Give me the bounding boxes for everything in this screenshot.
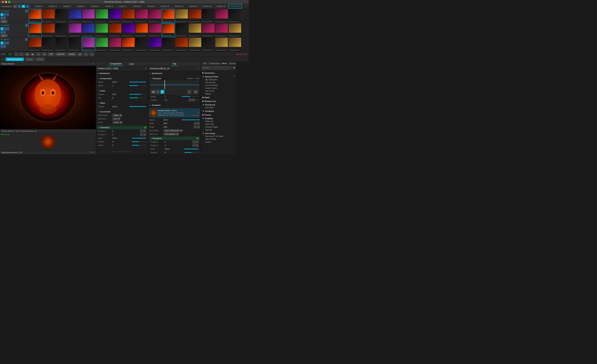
layer-1-s-btn[interactable]: S — [3, 45, 6, 48]
checkered-label[interactable]: ▼ Checkered — [202, 103, 235, 106]
redo-btn[interactable]: ↪ — [89, 53, 94, 56]
layer-3-m-btn[interactable]: M — [0, 13, 3, 16]
comp-rotation-value[interactable]: 0 ° — [112, 141, 132, 143]
clip-panel-tab[interactable]: Clip — [171, 62, 178, 66]
clip-cell-l2-9[interactable]: NoHopeJustFear_26 — [148, 23, 162, 37]
close-button[interactable] — [2, 1, 4, 3]
bumper-lite-label[interactable]: ▶ Bumper Lite — [202, 100, 235, 103]
clip-cell-l3-0[interactable]: NoHopeJustFear_28 — [28, 9, 42, 23]
clip-dashboard-header[interactable]: ▶ Dashboard — [150, 71, 199, 75]
playhead[interactable] — [165, 80, 165, 89]
volume-value[interactable]: 0 dB — [112, 93, 129, 95]
gradient-label[interactable]: ▼ Gradient — [202, 117, 235, 120]
layer-2-v-btn[interactable]: V — [7, 27, 9, 30]
column-2-header[interactable]: Column 2 — [46, 4, 59, 9]
clip-cell-l1-14[interactable]: NoHopeJustFear_42 — [215, 37, 228, 51]
clip-cell-l1-0[interactable]: NoHopeJustFear_31 — [28, 37, 42, 51]
clip-speed-value[interactable]: 1 — [165, 95, 181, 98]
comp-video-header[interactable]: ▼ Video — [97, 101, 147, 105]
clip-expand-icon[interactable]: ⛶ — [197, 109, 199, 111]
bpm-display[interactable]: 120 — [6, 53, 14, 56]
big-sweepers-item[interactable]: Big Sweepers — [202, 78, 235, 81]
clip-remove-icon[interactable]: ✕ — [197, 112, 199, 114]
clip-cell-l2-5[interactable]: NoHopeJustFear_14 — [95, 23, 108, 37]
search-clear-icon[interactable]: ✕ — [231, 67, 232, 69]
pan-slider[interactable] — [129, 98, 146, 98]
clip-cell-l2-13[interactable]: NoHopeJustFear_38 — [202, 23, 215, 37]
clip-pos-x-minus[interactable]: - — [192, 140, 195, 143]
column-8-header[interactable]: Column 8 — [130, 4, 144, 9]
clip-cell-l3-5[interactable]: NoHopeJustFear_13 — [95, 9, 108, 23]
sources-tab[interactable]: Sources — [228, 62, 236, 65]
files-tab[interactable]: Files — [201, 62, 209, 65]
line-scape-label[interactable]: ▼ Line Scape — [202, 132, 235, 135]
comp-composition-header[interactable]: ▼ Composition — [97, 77, 147, 80]
thin-lines-item[interactable]: Thin Lines — [202, 90, 235, 92]
clip-cell-l1-10[interactable]: NoHopeJustFear_30 — [162, 37, 175, 51]
clip-cell-l3-8[interactable]: NoHopeJustFear_22 — [135, 9, 148, 23]
clip-speed-slider[interactable] — [181, 96, 198, 97]
comp-dashboard-header[interactable]: ▶ Dashboard — [97, 71, 147, 75]
comp-audio-header[interactable]: ▼ Audio — [97, 89, 147, 93]
dancing-dark-item[interactable]: Dancing In The Dark — [202, 135, 235, 138]
comp-tab[interactable]: Composition — [108, 62, 124, 66]
clip-cell-l2-7[interactable]: NoHopeJustFear_20 — [122, 23, 135, 37]
clip-cell-l1-11[interactable]: NoHopeJustFear_12 — [175, 37, 188, 51]
comp-m-button[interactable]: M — [22, 5, 25, 8]
clip-cell-l3-4[interactable]: NoHopeJustFear_10 — [82, 9, 95, 23]
clip-transport-header[interactable]: ▼ Transport Timeline 01.04 — [150, 77, 199, 80]
compositions-tab[interactable]: Compositions — [209, 62, 220, 65]
clip-cell-l3-3[interactable]: NoHopeJustFear_07 — [68, 9, 82, 23]
comp-pos-y-plus[interactable]: + — [143, 133, 146, 136]
layer-2-remove[interactable]: ✕ — [0, 24, 2, 27]
clip-scale-value[interactable]: 100 % — [165, 148, 184, 150]
comp-pos-x-value[interactable]: 0 — [112, 130, 140, 132]
vignette-item[interactable]: Vignette — [202, 128, 235, 131]
layer-2-add-btn[interactable]: Add ▼ — [0, 34, 8, 38]
clip-cell-l2-15[interactable]: NoHopeJustFear_44 — [228, 23, 242, 37]
clip-height-minus[interactable]: - — [194, 125, 197, 128]
layer-1-b-btn[interactable]: B — [25, 38, 28, 41]
clip-cell-l1-3[interactable]: NoHopeJustFear_09 — [68, 37, 82, 51]
clip-cell-l3-6[interactable]: NoHopeJustFear_16 — [108, 9, 122, 23]
clip-pos-x-value[interactable]: 0 — [165, 141, 192, 143]
clip-cell-l2-4[interactable]: NoHopeJustFear_11 — [82, 23, 95, 37]
clip-cell-l3-2[interactable]: NoHopeJustFear_04 — [55, 9, 68, 23]
clip-height-plus[interactable]: + — [197, 125, 200, 128]
bpm-minus-btn[interactable]: - — [15, 53, 18, 56]
column-11-header[interactable]: Column 11 — [172, 4, 186, 9]
clip-dur-plus[interactable]: + — [192, 99, 195, 101]
smooth-edges-item[interactable]: Smooth Edges — [202, 125, 235, 128]
column-5-header[interactable]: Column 5 — [88, 4, 102, 9]
clip-cell-l1-12[interactable]: NoHopeJustFear_36 — [188, 37, 202, 51]
layer-1-remove[interactable]: ✕ — [0, 38, 2, 41]
column-9-header[interactable]: Column 9 — [144, 4, 157, 9]
clip-cell-l1-5[interactable]: NoHopeJustFear_15 — [95, 37, 108, 51]
clip-cell-l1-2[interactable]: NoHopeJustFear_06 — [55, 37, 68, 51]
layer-2-a2-btn[interactable]: A — [4, 27, 6, 30]
clip-transform-header[interactable]: ▼ Transform P. — [150, 137, 199, 140]
clip-rotation-value[interactable]: 0 ° — [165, 152, 184, 154]
layer-3-add-btn[interactable]: Add ▼ — [0, 20, 8, 23]
clip-cell-l3-12[interactable]: NoHopeJustFear_34 — [188, 9, 202, 23]
clip-rotation-slider[interactable] — [184, 152, 198, 153]
minimize-button[interactable] — [5, 1, 7, 3]
column-6-header[interactable]: Column 6 — [102, 4, 116, 9]
column-7-header[interactable]: Column 7 — [116, 4, 130, 9]
clip-cell-l3-13[interactable]: NoHopeJustFear_37 — [202, 9, 215, 23]
abstract-field-label[interactable]: ▼ Abstract Field ✎ — [202, 75, 235, 78]
midi-btn[interactable]: ⚡ — [77, 53, 83, 56]
resync-btn[interactable]: RESYNC — [55, 53, 66, 56]
clip-cell-l3-1[interactable]: NoHopeJustFear_01 — [42, 9, 55, 23]
bpm-plus-btn[interactable]: + — [19, 53, 24, 56]
comp-transform-header[interactable]: ▼ Transform P. — [97, 126, 147, 129]
clip-pos-x-plus[interactable]: + — [196, 140, 198, 143]
layer-2-s-btn[interactable]: S — [3, 31, 6, 34]
clip-cell-l2-10[interactable]: NoHopeJustFear_29 — [162, 23, 175, 37]
comp-pos-x-plus[interactable]: + — [143, 130, 146, 132]
active-clip-btn[interactable]: NoHopeJustFear — [6, 58, 24, 61]
comp-x-button[interactable]: ✕ — [13, 5, 17, 8]
clip-cell-l1-6[interactable]: NoHopeJustFear_18 — [108, 37, 122, 51]
clip-duration-value[interactable]: 4 s — [165, 99, 189, 101]
clip-cell-l1-9[interactable]: NoHopeJustFear_27 — [148, 37, 162, 51]
